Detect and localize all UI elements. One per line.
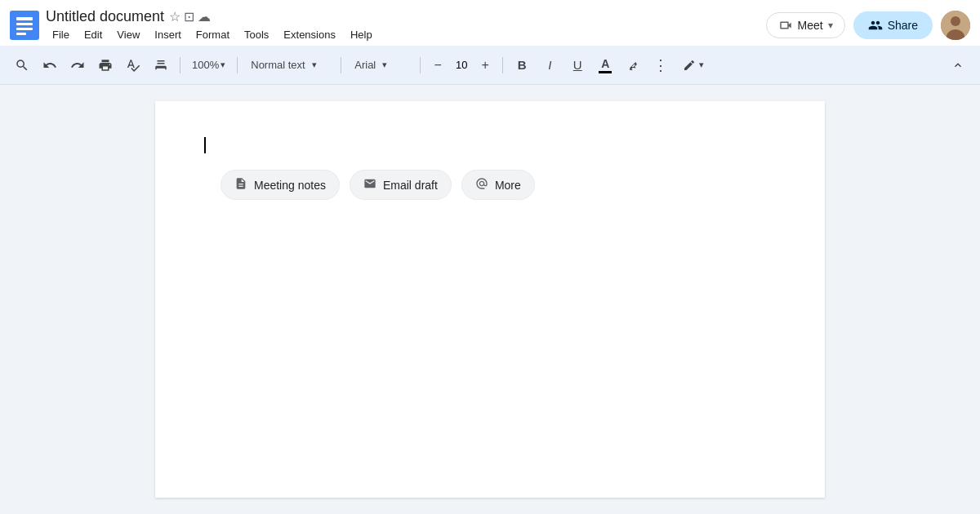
doc-page[interactable]: Meeting notes Email draft More [155, 101, 825, 498]
avatar-image [941, 11, 970, 40]
toolbar-divider-2 [237, 57, 238, 73]
collapse-toolbar-button[interactable] [946, 53, 970, 78]
email-draft-chip[interactable]: Email draft [350, 170, 452, 200]
font-size-value[interactable]: 10 [450, 57, 473, 73]
zoom-value: 100% [192, 59, 219, 71]
bold-button[interactable]: B [510, 53, 534, 78]
toolbar-divider-1 [180, 57, 180, 73]
more-chip-icon [475, 177, 488, 193]
highlight-button[interactable] [621, 53, 645, 78]
more-label: More [495, 179, 521, 192]
meet-label: Meet [798, 19, 823, 32]
edit-mode-chevron-icon: ▾ [699, 60, 704, 70]
font-size-decrease-button[interactable]: − [427, 55, 448, 76]
font-chevron-icon: ▾ [382, 60, 387, 70]
more-vert-icon: ⋮ [653, 56, 668, 74]
font-size-increase-button[interactable]: + [474, 55, 496, 76]
svg-rect-1 [16, 17, 33, 20]
avatar[interactable] [941, 11, 970, 40]
font-value: Arial [354, 59, 376, 71]
share-label: Share [888, 19, 918, 32]
menu-bar: File Edit View Insert Format Tools Exten… [46, 27, 379, 42]
toolbar: 100% ▾ Normal text ▾ Arial ▾ − 10 + B I … [0, 46, 980, 85]
style-value: Normal text [251, 59, 305, 71]
menu-extensions[interactable]: Extensions [277, 27, 342, 42]
menu-help[interactable]: Help [344, 27, 379, 42]
title-bar: Untitled document ☆ ⊡ ☁ File Edit View I… [0, 0, 980, 46]
email-chip-icon [363, 177, 376, 193]
meeting-notes-icon [234, 177, 247, 193]
svg-point-6 [951, 16, 960, 26]
undo-button[interactable] [38, 53, 62, 78]
text-color-button[interactable]: A [593, 53, 617, 78]
text-cursor [204, 137, 206, 153]
video-icon [778, 18, 793, 33]
email-icon [363, 177, 376, 190]
style-chevron-icon: ▾ [312, 60, 317, 70]
at-icon [475, 177, 488, 190]
underline-button[interactable]: U [565, 53, 590, 78]
share-people-icon [868, 18, 883, 33]
svg-rect-4 [16, 33, 26, 35]
redo-icon [70, 58, 85, 73]
meet-button[interactable]: Meet ▾ [766, 12, 845, 38]
doc-title-row: Untitled document ☆ ⊡ ☁ [46, 8, 379, 25]
menu-format[interactable]: Format [189, 27, 236, 42]
title-left: Untitled document ☆ ⊡ ☁ File Edit View I… [10, 8, 379, 42]
suggestion-chips: Meeting notes Email draft More [220, 170, 776, 200]
title-text-block: Untitled document ☆ ⊡ ☁ File Edit View I… [46, 8, 379, 42]
docs-logo [10, 11, 39, 40]
print-icon [98, 58, 113, 73]
bold-icon: B [518, 58, 527, 72]
edit-mode-dropdown[interactable]: ▾ [676, 56, 710, 74]
svg-rect-2 [16, 23, 33, 25]
italic-icon: I [548, 58, 551, 72]
meet-chevron-icon: ▾ [828, 20, 833, 31]
toolbar-divider-3 [341, 57, 341, 73]
undo-icon [42, 58, 57, 73]
zoom-chevron-icon: ▾ [220, 60, 225, 70]
edit-mode-icon [683, 59, 696, 72]
more-chip[interactable]: More [461, 170, 535, 200]
menu-edit[interactable]: Edit [78, 27, 109, 42]
meeting-notes-label: Meeting notes [254, 179, 326, 192]
more-options-button[interactable]: ⋮ [648, 53, 673, 78]
style-dropdown[interactable]: Normal text ▾ [244, 56, 334, 73]
star-icon[interactable]: ☆ [169, 9, 180, 24]
zoom-control[interactable]: 100% ▾ [187, 57, 230, 73]
toolbar-divider-4 [420, 57, 421, 73]
search-icon [15, 58, 29, 73]
menu-tools[interactable]: Tools [238, 27, 275, 42]
paint-format-icon [154, 58, 168, 73]
underline-icon: U [573, 58, 582, 72]
menu-insert[interactable]: Insert [148, 27, 188, 42]
menu-file[interactable]: File [46, 27, 76, 42]
document-area[interactable]: Meeting notes Email draft More [0, 85, 980, 514]
svg-rect-3 [16, 28, 33, 30]
meeting-notes-chip[interactable]: Meeting notes [220, 170, 340, 200]
email-draft-label: Email draft [383, 179, 438, 192]
spellcheck-icon [126, 58, 140, 73]
text-color-underline [599, 71, 612, 73]
toolbar-divider-5 [502, 57, 503, 73]
text-color-label: A [601, 57, 609, 70]
highlight-icon [626, 58, 640, 73]
menu-view[interactable]: View [110, 27, 146, 42]
title-right: Meet ▾ Share [766, 11, 970, 40]
paint-format-button[interactable] [149, 53, 173, 78]
italic-button[interactable]: I [537, 53, 562, 78]
print-button[interactable] [93, 53, 118, 78]
font-dropdown[interactable]: Arial ▾ [348, 56, 413, 73]
collapse-icon [951, 59, 964, 72]
doc-chip-icon [234, 177, 247, 190]
search-button[interactable] [10, 53, 34, 78]
cloud-icon[interactable]: ☁ [198, 9, 211, 24]
font-size-control: − 10 + [427, 55, 496, 76]
share-button[interactable]: Share [853, 11, 933, 39]
spellcheck-button[interactable] [121, 53, 145, 78]
redo-button[interactable] [65, 53, 90, 78]
title-icons: ☆ ⊡ ☁ [169, 9, 211, 24]
doc-title[interactable]: Untitled document [46, 8, 164, 25]
folder-icon[interactable]: ⊡ [184, 9, 194, 24]
